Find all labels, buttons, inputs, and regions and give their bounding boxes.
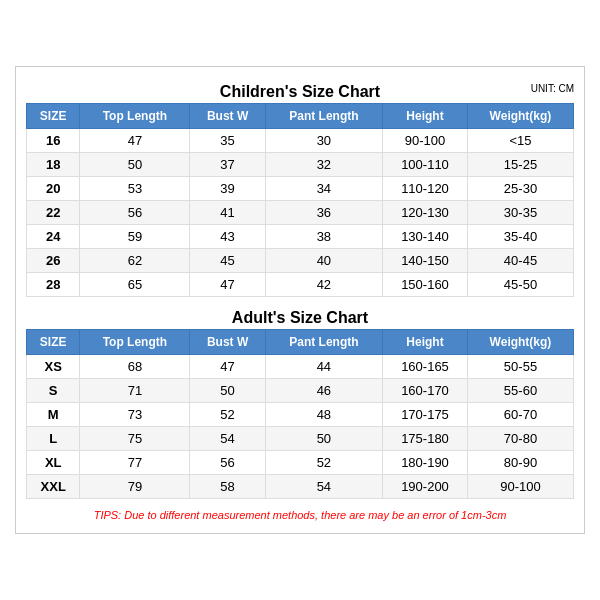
table-cell: 42 <box>265 273 382 297</box>
table-cell: 54 <box>265 475 382 499</box>
adult-col-height: Height <box>383 330 468 355</box>
table-row: L755450175-18070-80 <box>27 427 574 451</box>
table-row: 28654742150-16045-50 <box>27 273 574 297</box>
table-cell: 75 <box>80 427 190 451</box>
table-cell: 48 <box>265 403 382 427</box>
table-cell: 90-100 <box>383 129 468 153</box>
table-cell: 47 <box>80 129 190 153</box>
adult-col-bust-w: Bust W <box>190 330 265 355</box>
table-cell: 180-190 <box>383 451 468 475</box>
table-row: XL775652180-19080-90 <box>27 451 574 475</box>
table-cell: 35-40 <box>467 225 573 249</box>
table-cell: 40 <box>265 249 382 273</box>
children-table-body: 1647353090-100<1518503732100-11015-25205… <box>27 129 574 297</box>
table-row: 24594338130-14035-40 <box>27 225 574 249</box>
children-size-table: SIZE Top Length Bust W Pant Length Heigh… <box>26 103 574 297</box>
table-cell: 50-55 <box>467 355 573 379</box>
table-cell: 160-170 <box>383 379 468 403</box>
table-cell: 20 <box>27 177 80 201</box>
table-cell: 47 <box>190 273 265 297</box>
table-row: S715046160-17055-60 <box>27 379 574 403</box>
table-cell: 38 <box>265 225 382 249</box>
table-row: 1647353090-100<15 <box>27 129 574 153</box>
adult-col-size: SIZE <box>27 330 80 355</box>
children-col-pant-length: Pant Length <box>265 104 382 129</box>
table-cell: 140-150 <box>383 249 468 273</box>
table-row: 18503732100-11015-25 <box>27 153 574 177</box>
table-cell: 25-30 <box>467 177 573 201</box>
table-cell: 54 <box>190 427 265 451</box>
table-cell: 24 <box>27 225 80 249</box>
table-cell: 62 <box>80 249 190 273</box>
tips-text: TIPS: Due to different measurement metho… <box>26 503 574 523</box>
table-cell: XXL <box>27 475 80 499</box>
adult-title-text: Adult's Size Chart <box>232 309 368 326</box>
unit-label: UNIT: CM <box>531 83 574 94</box>
table-cell: 18 <box>27 153 80 177</box>
table-cell: 80-90 <box>467 451 573 475</box>
table-cell: 79 <box>80 475 190 499</box>
adult-col-pant-length: Pant Length <box>265 330 382 355</box>
table-cell: 50 <box>265 427 382 451</box>
adult-size-table: SIZE Top Length Bust W Pant Length Heigh… <box>26 329 574 499</box>
table-cell: 44 <box>265 355 382 379</box>
table-cell: 190-200 <box>383 475 468 499</box>
table-cell: 60-70 <box>467 403 573 427</box>
children-section-title: Children's Size Chart UNIT: CM <box>26 77 574 103</box>
table-cell: 39 <box>190 177 265 201</box>
table-cell: 45-50 <box>467 273 573 297</box>
table-cell: XS <box>27 355 80 379</box>
table-cell: 170-175 <box>383 403 468 427</box>
table-cell: 30 <box>265 129 382 153</box>
table-cell: <15 <box>467 129 573 153</box>
table-row: M735248170-17560-70 <box>27 403 574 427</box>
table-cell: 45 <box>190 249 265 273</box>
table-cell: 32 <box>265 153 382 177</box>
table-cell: 15-25 <box>467 153 573 177</box>
table-cell: 53 <box>80 177 190 201</box>
children-col-bust-w: Bust W <box>190 104 265 129</box>
table-cell: 160-165 <box>383 355 468 379</box>
table-cell: 175-180 <box>383 427 468 451</box>
table-cell: 130-140 <box>383 225 468 249</box>
table-cell: 41 <box>190 201 265 225</box>
table-cell: 34 <box>265 177 382 201</box>
table-cell: 55-60 <box>467 379 573 403</box>
table-cell: 58 <box>190 475 265 499</box>
table-row: 20533934110-12025-30 <box>27 177 574 201</box>
table-row: 26624540140-15040-45 <box>27 249 574 273</box>
table-cell: 68 <box>80 355 190 379</box>
table-cell: 26 <box>27 249 80 273</box>
table-cell: 50 <box>190 379 265 403</box>
adult-table-body: XS684744160-16550-55S715046160-17055-60M… <box>27 355 574 499</box>
table-cell: 43 <box>190 225 265 249</box>
adult-col-top-length: Top Length <box>80 330 190 355</box>
children-title-text: Children's Size Chart <box>220 83 380 100</box>
table-cell: 47 <box>190 355 265 379</box>
table-row: XXL795854190-20090-100 <box>27 475 574 499</box>
table-cell: 73 <box>80 403 190 427</box>
adult-header-row: SIZE Top Length Bust W Pant Length Heigh… <box>27 330 574 355</box>
children-col-top-length: Top Length <box>80 104 190 129</box>
table-cell: 16 <box>27 129 80 153</box>
size-chart-container: Children's Size Chart UNIT: CM SIZE Top … <box>15 66 585 534</box>
table-cell: 100-110 <box>383 153 468 177</box>
table-cell: 30-35 <box>467 201 573 225</box>
table-cell: 65 <box>80 273 190 297</box>
table-cell: 28 <box>27 273 80 297</box>
table-cell: 70-80 <box>467 427 573 451</box>
table-cell: L <box>27 427 80 451</box>
children-col-size: SIZE <box>27 104 80 129</box>
table-cell: 56 <box>190 451 265 475</box>
table-cell: 35 <box>190 129 265 153</box>
children-col-height: Height <box>383 104 468 129</box>
table-cell: 150-160 <box>383 273 468 297</box>
table-cell: M <box>27 403 80 427</box>
table-row: XS684744160-16550-55 <box>27 355 574 379</box>
children-header-row: SIZE Top Length Bust W Pant Length Heigh… <box>27 104 574 129</box>
table-cell: 37 <box>190 153 265 177</box>
table-cell: 77 <box>80 451 190 475</box>
table-cell: 71 <box>80 379 190 403</box>
table-cell: 50 <box>80 153 190 177</box>
table-cell: XL <box>27 451 80 475</box>
